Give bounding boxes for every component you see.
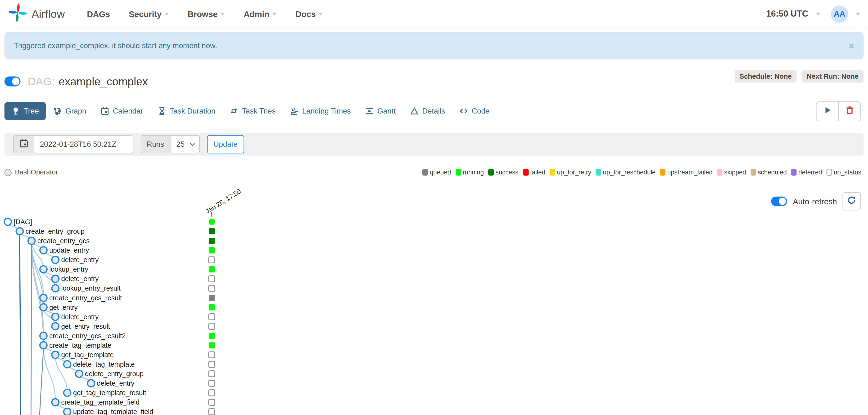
task-status-square[interactable] bbox=[209, 276, 215, 282]
task-label[interactable]: get_entry_result bbox=[61, 323, 110, 330]
task-node-circle[interactable] bbox=[28, 237, 35, 244]
task-status-square[interactable] bbox=[209, 257, 215, 263]
task-status-square[interactable] bbox=[209, 380, 215, 386]
task-status-square[interactable] bbox=[209, 314, 215, 320]
nav-item-dags[interactable]: DAGs bbox=[87, 9, 110, 19]
task-label[interactable]: get_tag_template_result bbox=[73, 389, 146, 396]
task-node-circle[interactable] bbox=[52, 256, 59, 263]
task-status-square[interactable] bbox=[209, 228, 215, 234]
auto-refresh-label: Auto-refresh bbox=[793, 197, 837, 206]
chevron-down-icon[interactable] bbox=[816, 12, 820, 16]
task-label[interactable]: create_entry_gcs_result2 bbox=[49, 332, 126, 339]
task-status-square[interactable] bbox=[209, 409, 215, 415]
filter-bar: Runs 25 Update bbox=[4, 133, 864, 156]
task-label[interactable]: update_entry bbox=[49, 246, 89, 254]
dag-name: example_complex bbox=[59, 75, 148, 88]
task-node-circle[interactable] bbox=[40, 247, 47, 254]
task-node-circle[interactable] bbox=[64, 361, 71, 368]
task-status-square[interactable] bbox=[209, 238, 215, 244]
task-label[interactable]: [DAG] bbox=[13, 218, 32, 226]
task-label[interactable]: create_entry_group bbox=[25, 228, 84, 235]
nav-item-browse[interactable]: Browse bbox=[188, 9, 225, 19]
airflow-brand[interactable]: Airflow bbox=[8, 3, 65, 25]
task-node-circle[interactable] bbox=[52, 351, 59, 358]
task-node-circle[interactable] bbox=[40, 332, 47, 339]
task-node-circle[interactable] bbox=[87, 380, 95, 387]
clock[interactable]: 16:50 UTC bbox=[766, 9, 808, 19]
task-status-square[interactable] bbox=[209, 333, 215, 339]
task-label[interactable]: create_entry_gcs_result bbox=[49, 294, 122, 302]
chevron-down-icon[interactable] bbox=[856, 12, 861, 16]
refresh-button[interactable] bbox=[843, 192, 861, 210]
dag-run-date-label[interactable]: Jan 28, 17:50 bbox=[204, 188, 242, 215]
task-status-square[interactable] bbox=[209, 323, 215, 329]
task-status-square[interactable] bbox=[209, 304, 215, 310]
delete-dag-button[interactable] bbox=[838, 101, 861, 121]
trigger-dag-button[interactable] bbox=[816, 101, 838, 121]
dag-pause-toggle[interactable] bbox=[4, 77, 21, 86]
avatar[interactable]: AA bbox=[831, 5, 848, 22]
tab-gantt[interactable]: Gantt bbox=[358, 102, 403, 120]
task-status-square[interactable] bbox=[209, 352, 215, 358]
task-node-circle[interactable] bbox=[64, 389, 71, 396]
task-node-circle[interactable] bbox=[40, 304, 47, 311]
gantt-icon bbox=[365, 107, 374, 115]
task-label[interactable]: delete_entry bbox=[97, 380, 134, 387]
task-status-square[interactable] bbox=[209, 399, 215, 405]
task-label[interactable]: delete_entry_group bbox=[85, 370, 144, 378]
legend-row: BashOperator queuedrunningsuccessfailedu… bbox=[4, 168, 861, 177]
nav-item-docs[interactable]: Docs bbox=[296, 9, 323, 19]
task-node-circle[interactable] bbox=[52, 313, 59, 320]
task-status-square[interactable] bbox=[209, 266, 215, 272]
task-status-square[interactable] bbox=[209, 361, 215, 367]
task-label[interactable]: get_tag_template bbox=[61, 351, 114, 359]
task-label[interactable]: create_entry_gcs bbox=[37, 237, 90, 245]
legend-status-queued: queued bbox=[423, 169, 451, 176]
task-node-circle[interactable] bbox=[4, 218, 11, 226]
task-label[interactable]: delete_entry bbox=[61, 256, 99, 264]
tab-tree[interactable]: Tree bbox=[4, 102, 46, 120]
tab-details[interactable]: Details bbox=[403, 102, 453, 120]
task-label[interactable]: create_tag_template_field bbox=[61, 398, 140, 406]
task-label[interactable]: lookup_entry_result bbox=[61, 285, 121, 292]
task-node-circle[interactable] bbox=[75, 370, 83, 377]
tab-code[interactable]: Code bbox=[452, 102, 497, 120]
task-label[interactable]: delete_entry bbox=[61, 275, 99, 283]
task-status-square[interactable] bbox=[209, 342, 215, 348]
nav-item-admin[interactable]: Admin bbox=[244, 9, 276, 19]
task-label[interactable]: get_entry bbox=[49, 304, 78, 311]
task-status-square[interactable] bbox=[209, 371, 215, 377]
task-status-square[interactable] bbox=[209, 285, 215, 292]
close-icon[interactable]: × bbox=[848, 41, 854, 51]
tab-task-tries[interactable]: Task Tries bbox=[223, 102, 283, 120]
task-node-circle[interactable] bbox=[64, 408, 71, 415]
runs-select[interactable]: 25 bbox=[169, 135, 199, 153]
tab-task-duration[interactable]: Task Duration bbox=[150, 102, 223, 120]
dag-run-status-circle[interactable] bbox=[209, 219, 215, 225]
task-node-circle[interactable] bbox=[16, 228, 23, 235]
nav-item-security[interactable]: Security bbox=[129, 9, 169, 19]
task-node-circle[interactable] bbox=[52, 398, 59, 406]
base-date-input[interactable] bbox=[34, 135, 134, 153]
status-swatch bbox=[750, 169, 756, 176]
task-label[interactable]: delete_tag_template bbox=[73, 360, 134, 368]
task-node-circle[interactable] bbox=[40, 294, 47, 301]
task-node-circle[interactable] bbox=[52, 323, 59, 330]
task-node-circle[interactable] bbox=[52, 285, 59, 292]
task-status-square[interactable] bbox=[209, 390, 215, 396]
task-label[interactable]: lookup_entry bbox=[49, 265, 88, 273]
task-status-square[interactable] bbox=[209, 247, 215, 254]
tab-landing-times[interactable]: Landing Times bbox=[283, 102, 358, 120]
update-button[interactable]: Update bbox=[207, 135, 244, 153]
task-status-square[interactable] bbox=[209, 295, 215, 301]
tree-view: [DAG]create_entry_groupcreate_entry_gcsu… bbox=[0, 188, 868, 415]
tab-calendar[interactable]: Calendar bbox=[93, 102, 150, 120]
tab-graph[interactable]: Graph bbox=[46, 102, 94, 120]
task-label[interactable]: update_tag_template_field bbox=[73, 408, 153, 415]
auto-refresh-toggle[interactable] bbox=[771, 197, 787, 206]
task-node-circle[interactable] bbox=[40, 266, 47, 273]
task-node-circle[interactable] bbox=[40, 342, 47, 349]
task-label[interactable]: delete_entry bbox=[61, 313, 99, 321]
task-label[interactable]: create_tag_template bbox=[49, 342, 111, 349]
task-node-circle[interactable] bbox=[52, 275, 59, 282]
